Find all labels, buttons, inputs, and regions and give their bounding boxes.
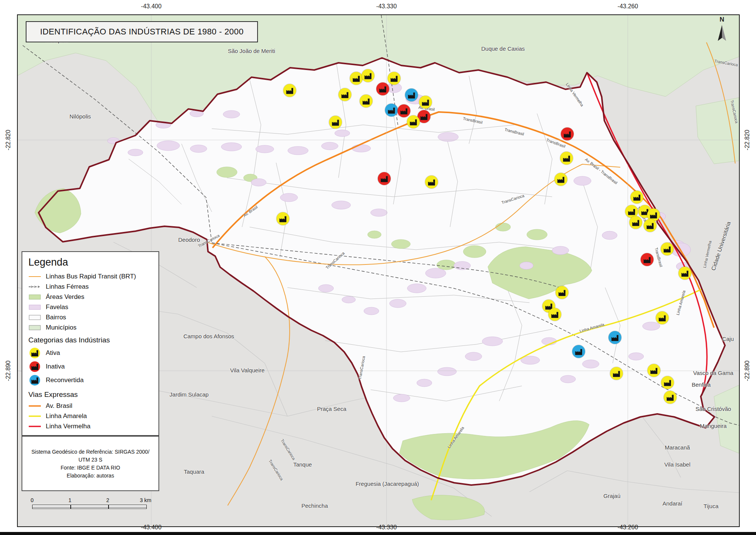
place-label: Caju bbox=[722, 336, 734, 342]
factory-icon bbox=[420, 112, 428, 121]
bottom-strip bbox=[0, 532, 756, 535]
industry-marker-ativa bbox=[425, 176, 438, 188]
place-label: Praça Seca bbox=[317, 406, 346, 412]
place-label: Pechincha bbox=[301, 502, 328, 509]
place-label: São João de Meriti bbox=[228, 48, 275, 54]
av-brasil-line-symbol bbox=[28, 403, 42, 409]
reference-info-box: Sistema Geodésico de Referência: SIRGAS … bbox=[22, 436, 159, 491]
legend-item-inativa: Inativa bbox=[28, 360, 153, 373]
industry-marker-ativa bbox=[556, 286, 568, 299]
factory-icon bbox=[427, 178, 436, 186]
scale-tick-label: 0 bbox=[31, 497, 34, 503]
factory-icon bbox=[379, 85, 387, 93]
factory-icon bbox=[387, 106, 396, 114]
industry-marker-inativa bbox=[378, 172, 391, 185]
factory-icon bbox=[681, 269, 689, 277]
industry-marker-ativa bbox=[329, 116, 342, 129]
industry-marker-ativa bbox=[276, 212, 289, 225]
scale-bar-labels: 0 1 2 3 km bbox=[32, 497, 157, 505]
factory-icon bbox=[633, 193, 641, 201]
factory-icon bbox=[409, 118, 418, 126]
scale-tick-label: 3 km bbox=[140, 497, 151, 503]
factory-icon bbox=[658, 314, 666, 322]
factory-icon bbox=[286, 86, 294, 95]
factory-icon bbox=[562, 154, 571, 162]
industry-marker-ativa bbox=[661, 243, 674, 255]
axis-label-longitude: -43.260 bbox=[618, 3, 638, 10]
legend-item-favelas: Favelas bbox=[28, 302, 153, 312]
industry-marker-inativa bbox=[561, 128, 574, 140]
place-label: Maracanã bbox=[665, 444, 690, 451]
factory-icon bbox=[390, 74, 398, 82]
legend-vias-title: Vias Expressas bbox=[28, 390, 153, 399]
map-title: IDENTIFICAÇÃO DAS INDÚSTRIAS DE 1980 - 2… bbox=[26, 21, 258, 42]
legend-item-ferreas: Linhas Férreas bbox=[28, 281, 153, 292]
axis-label-latitude: -22.890 bbox=[744, 361, 751, 381]
factory-icon bbox=[557, 175, 565, 184]
railway-line-symbol bbox=[28, 284, 42, 290]
legend-categories-title: Categorias das Indústrias bbox=[28, 336, 153, 344]
favelas-swatch bbox=[28, 304, 42, 310]
industry-marker-ativa bbox=[644, 219, 657, 232]
legend-label: Municípios bbox=[46, 324, 76, 331]
linha-vermelha-line-symbol bbox=[28, 423, 42, 429]
linha-amarela-line-symbol bbox=[28, 413, 42, 419]
factory-icon bbox=[632, 218, 640, 227]
map-document: Av. BrasilAv. BrasilTransBrasilTransBras… bbox=[0, 0, 756, 535]
industry-marker-reconvertida bbox=[572, 345, 585, 358]
industry-marker-ativa bbox=[419, 96, 432, 109]
factory-icon bbox=[563, 130, 571, 138]
legend-label: Reconvertida bbox=[46, 376, 84, 384]
factory-icon bbox=[558, 288, 566, 297]
axis-label-latitude: -22.820 bbox=[5, 130, 12, 150]
industry-marker-ativa bbox=[656, 311, 669, 324]
legend-item-ativa: Ativa bbox=[28, 346, 153, 360]
factory-icon bbox=[663, 378, 672, 387]
bairros-swatch bbox=[28, 314, 42, 320]
factory-icon bbox=[380, 174, 388, 183]
industry-marker-ativa bbox=[678, 267, 691, 280]
factory-icon bbox=[643, 255, 651, 264]
reconvertida-marker-symbol bbox=[28, 374, 42, 386]
legend-item-reconvertida: Reconvertida bbox=[28, 373, 153, 387]
place-label: Freguesia (Jacarepaguá) bbox=[355, 481, 419, 487]
industry-marker-ativa bbox=[338, 88, 351, 101]
factory-icon bbox=[551, 310, 559, 319]
info-line: UTM 23 S bbox=[22, 457, 158, 463]
place-label: Nilópolis bbox=[70, 113, 91, 120]
place-label: Grajaú bbox=[603, 493, 620, 499]
place-label: Vasco da Gama bbox=[693, 370, 733, 376]
legend-label: Ativa bbox=[46, 349, 60, 357]
factory-icon bbox=[663, 245, 671, 253]
legend-label: Favelas bbox=[46, 303, 68, 311]
legend-label: Av. Brasil bbox=[46, 402, 72, 410]
info-line: Fonte: IBGE E DATA RIO bbox=[22, 465, 158, 471]
industry-marker-ativa bbox=[362, 69, 374, 82]
industry-marker-ativa bbox=[664, 391, 677, 404]
place-label: Duque de Caxias bbox=[481, 45, 525, 52]
legend-label: Linhas Bus Rapid Transit (BRT) bbox=[46, 273, 136, 280]
municipios-swatch bbox=[28, 325, 42, 331]
brt-line-symbol bbox=[28, 274, 42, 280]
axis-label-latitude: -22.820 bbox=[744, 130, 751, 150]
legend-label: Linhas Férreas bbox=[46, 283, 88, 291]
areas-verdes-swatch bbox=[28, 294, 42, 300]
industry-marker-ativa bbox=[630, 191, 643, 204]
legend-label: Linha Amarela bbox=[46, 412, 87, 420]
industry-marker-reconvertida bbox=[609, 331, 621, 344]
industry-marker-ativa bbox=[548, 308, 561, 321]
legend-label: Bairros bbox=[46, 314, 66, 321]
industry-marker-reconvertida bbox=[385, 104, 398, 117]
place-label: Benfica bbox=[692, 381, 711, 388]
factory-icon bbox=[362, 97, 370, 105]
factory-icon bbox=[611, 333, 619, 342]
industry-marker-ativa bbox=[388, 72, 401, 85]
industry-marker-ativa bbox=[407, 115, 420, 128]
factory-icon bbox=[400, 107, 408, 115]
legend-title: Legenda bbox=[28, 257, 153, 268]
place-label: Tijuca bbox=[703, 503, 718, 509]
axis-label-longitude: -43.260 bbox=[618, 524, 638, 531]
industry-marker-ativa bbox=[610, 367, 623, 380]
info-line: Elaboração: autoras bbox=[22, 473, 158, 479]
factory-icon bbox=[574, 347, 583, 356]
